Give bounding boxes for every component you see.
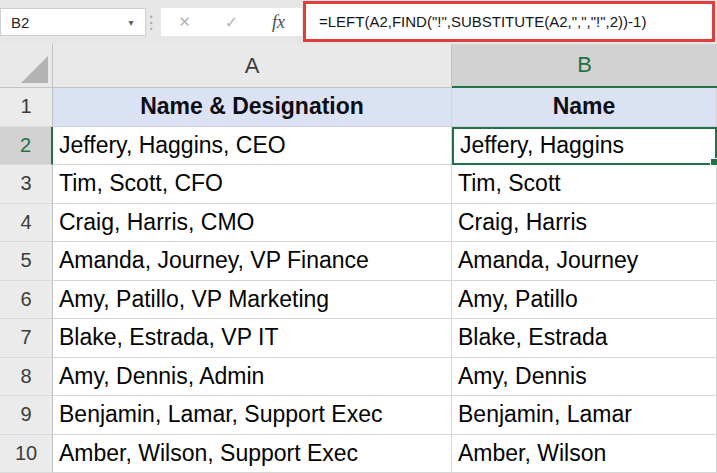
cell-b4[interactable]: Craig, Harris	[452, 204, 717, 243]
table-row: 5 Amanda, Journey, VP Finance Amanda, Jo…	[0, 242, 717, 281]
cancel-icon[interactable]: ✕	[161, 13, 208, 31]
chevron-down-icon[interactable]: ▾	[117, 17, 145, 28]
separator-dots-icon: ⋮	[142, 8, 160, 36]
formula-text[interactable]: =LEFT(A2,FIND("!",SUBSTITUTE(A2,",","!",…	[306, 13, 646, 30]
table-row: 1 Name & Designation Name	[0, 88, 717, 127]
column-header-b[interactable]: B	[452, 44, 717, 88]
row-header-1[interactable]: 1	[0, 88, 53, 127]
row-header-4[interactable]: 4	[0, 204, 53, 243]
cell-a9[interactable]: Benjamin, Lamar, Support Exec	[53, 396, 452, 435]
formula-buttons: ✕ ✓ fx	[161, 8, 302, 36]
table-row: 7 Blake, Estrada, VP IT Blake, Estrada	[0, 319, 717, 358]
name-box-value[interactable]: B2	[1, 14, 117, 31]
cell-b10[interactable]: Amber, Wilson	[452, 435, 717, 473]
insert-function-icon[interactable]: fx	[255, 12, 302, 33]
row-header-5[interactable]: 5	[0, 242, 53, 281]
table-row: 4 Craig, Harris, CMO Craig, Harris	[0, 204, 717, 243]
enter-icon[interactable]: ✓	[208, 13, 255, 32]
cell-a5[interactable]: Amanda, Journey, VP Finance	[53, 242, 452, 281]
formula-bar-strip: B2 ▾ ⋮ ✕ ✓ fx =LEFT(A2,FIND("!",SUBSTITU…	[0, 0, 717, 44]
cell-b7[interactable]: Blake, Estrada	[452, 319, 717, 358]
cell-b2-active[interactable]: Jeffery, Haggins	[452, 127, 717, 166]
cell-b3[interactable]: Tim, Scott	[452, 165, 717, 204]
cell-a2[interactable]: Jeffery, Haggins, CEO	[53, 127, 452, 166]
table-row: 3 Tim, Scott, CFO Tim, Scott	[0, 165, 717, 204]
cell-a4[interactable]: Craig, Harris, CMO	[53, 204, 452, 243]
cell-b1[interactable]: Name	[452, 88, 717, 127]
table-row: 9 Benjamin, Lamar, Support Exec Benjamin…	[0, 396, 717, 435]
cell-a8[interactable]: Amy, Dennis, Admin	[53, 358, 452, 397]
column-header-row: A B	[0, 44, 717, 88]
cell-b9[interactable]: Benjamin, Lamar	[452, 396, 717, 435]
cell-a3[interactable]: Tim, Scott, CFO	[53, 165, 452, 204]
spreadsheet-grid: A B 1 Name & Designation Name 2 Jeffery,…	[0, 44, 717, 473]
name-box[interactable]: B2 ▾	[0, 8, 146, 36]
cell-a7[interactable]: Blake, Estrada, VP IT	[53, 319, 452, 358]
cell-b8[interactable]: Amy, Dennis	[452, 358, 717, 397]
table-row: 10 Amber, Wilson, Support Exec Amber, Wi…	[0, 435, 717, 473]
table-row: 6 Amy, Patillo, VP Marketing Amy, Patill…	[0, 281, 717, 320]
cell-a1[interactable]: Name & Designation	[53, 88, 452, 127]
cell-b5[interactable]: Amanda, Journey	[452, 242, 717, 281]
select-all-button[interactable]	[0, 44, 53, 88]
column-header-a[interactable]: A	[53, 44, 452, 88]
row-header-2[interactable]: 2	[0, 127, 53, 166]
select-all-icon	[21, 56, 48, 83]
formula-input-highlighted[interactable]: =LEFT(A2,FIND("!",SUBSTITUTE(A2,",","!",…	[303, 1, 715, 42]
row-header-8[interactable]: 8	[0, 358, 53, 397]
row-header-10[interactable]: 10	[0, 435, 53, 473]
cell-a6[interactable]: Amy, Patillo, VP Marketing	[53, 281, 452, 320]
table-row: 2 Jeffery, Haggins, CEO Jeffery, Haggins	[0, 127, 717, 166]
cell-a10[interactable]: Amber, Wilson, Support Exec	[53, 435, 452, 473]
cell-b6[interactable]: Amy, Patillo	[452, 281, 717, 320]
row-header-6[interactable]: 6	[0, 281, 53, 320]
row-header-3[interactable]: 3	[0, 165, 53, 204]
row-header-7[interactable]: 7	[0, 319, 53, 358]
table-row: 8 Amy, Dennis, Admin Amy, Dennis	[0, 358, 717, 397]
row-header-9[interactable]: 9	[0, 396, 53, 435]
